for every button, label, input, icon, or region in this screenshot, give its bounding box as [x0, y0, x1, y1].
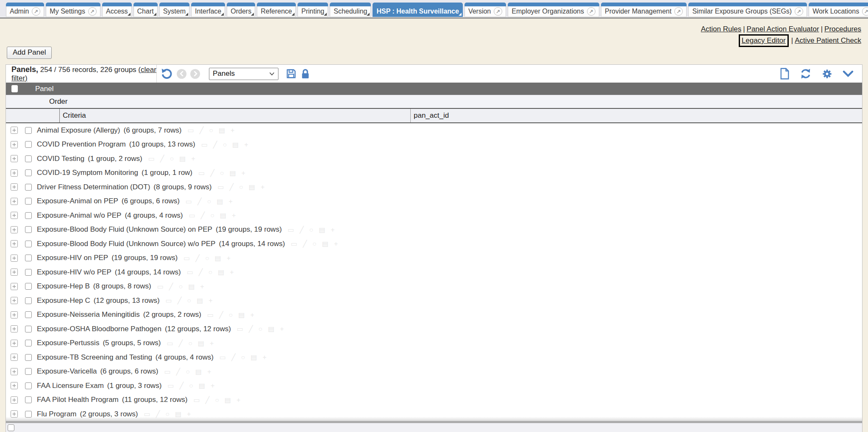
assign-icon[interactable]: ▤: [219, 127, 225, 134]
tab-employer-organizations[interactable]: Employer Organizations ↗: [508, 3, 599, 17]
add-icon[interactable]: +: [261, 183, 264, 191]
add-icon[interactable]: +: [250, 311, 254, 318]
delete-icon[interactable]: ▭: [148, 155, 155, 162]
assign-icon[interactable]: ▤: [197, 297, 203, 304]
row-checkbox[interactable]: [25, 283, 32, 290]
assign-icon[interactable]: ▤: [232, 141, 239, 148]
row-hover-action-icons[interactable]: ▭╱○▤+: [186, 197, 238, 205]
panel-action-evaluator-link[interactable]: Panel Action Evaluator: [747, 25, 819, 33]
next-icon[interactable]: [190, 69, 200, 79]
expand-plus-icon[interactable]: [11, 354, 18, 361]
row-hover-action-icons[interactable]: ▭╱○▤+: [157, 282, 210, 291]
panel-name[interactable]: Flu Program: [37, 410, 77, 418]
save-icon[interactable]: [286, 68, 297, 79]
add-icon[interactable]: +: [262, 354, 266, 361]
expand-plus-icon[interactable]: [11, 141, 18, 148]
panel-name[interactable]: COVID Prevention Program: [37, 140, 126, 149]
panel-name[interactable]: Exposure-OSHA Bloodborne Pathogen: [37, 325, 161, 333]
expand-plus-icon[interactable]: [11, 396, 18, 404]
legacy-editor-link[interactable]: Legacy Editor: [742, 36, 786, 44]
history-icon[interactable]: ○: [220, 169, 224, 177]
panel-name[interactable]: Animal Exposure (Allergy): [37, 126, 120, 135]
row-checkbox[interactable]: [25, 141, 32, 148]
row-checkbox[interactable]: [25, 241, 32, 247]
panel-name[interactable]: FAA Licensure Exam: [37, 382, 104, 390]
refresh-icon[interactable]: [800, 68, 812, 80]
panel-name[interactable]: Driver Fitness Determination (DOT): [37, 183, 150, 191]
expand-plus-icon[interactable]: [11, 155, 18, 162]
delete-icon[interactable]: ▭: [217, 183, 224, 191]
panel-name[interactable]: Exposure-Neisseria Meningitidis: [37, 310, 140, 319]
panel-name[interactable]: Exposure-TB Screening and Testing: [37, 353, 152, 362]
row-checkbox[interactable]: [25, 155, 32, 162]
row-hover-action-icons[interactable]: ▭╱○▤+: [184, 254, 236, 262]
delete-icon[interactable]: ▭: [188, 127, 194, 134]
delete-icon[interactable]: ▭: [166, 297, 172, 304]
tab-version[interactable]: Version ↗: [465, 3, 506, 17]
delete-icon[interactable]: ▭: [186, 198, 192, 205]
history-icon[interactable]: ○: [309, 226, 314, 233]
expand-plus-icon[interactable]: [11, 368, 18, 375]
expand-plus-icon[interactable]: [11, 169, 18, 177]
panel-name[interactable]: Exposure-HIV on PEP: [37, 254, 108, 262]
edit-icon[interactable]: ╱: [206, 396, 210, 404]
row-checkbox[interactable]: [25, 411, 32, 418]
delete-icon[interactable]: ▭: [201, 141, 208, 148]
view-select[interactable]: Panels: [209, 68, 278, 80]
row-checkbox[interactable]: [25, 382, 32, 389]
footer-checkbox[interactable]: [8, 424, 14, 431]
row-checkbox[interactable]: [25, 340, 32, 346]
assign-icon[interactable]: ▤: [319, 226, 325, 233]
history-icon[interactable]: ○: [239, 183, 243, 191]
row-checkbox[interactable]: [25, 255, 32, 261]
expand-plus-icon[interactable]: [11, 183, 18, 191]
expand-plus-icon[interactable]: [11, 226, 18, 233]
delete-icon[interactable]: ▭: [157, 283, 164, 290]
delete-icon[interactable]: ▭: [187, 269, 193, 276]
expand-plus-icon[interactable]: [11, 283, 18, 290]
delete-icon[interactable]: ▭: [237, 325, 243, 332]
panel-name[interactable]: Exposure-Blood Body Fluid (Unknown Sourc…: [37, 225, 212, 234]
panel-name[interactable]: COVID-19 Symptom Monitoring: [37, 169, 138, 177]
history-icon[interactable]: ○: [209, 127, 213, 134]
row-checkbox[interactable]: [25, 269, 32, 276]
add-icon[interactable]: +: [209, 297, 212, 304]
prev-icon[interactable]: [177, 69, 186, 79]
select-all-checkbox[interactable]: [11, 85, 18, 92]
add-icon[interactable]: +: [200, 283, 204, 290]
assign-icon[interactable]: ▤: [322, 240, 328, 247]
delete-icon[interactable]: ▭: [189, 212, 195, 219]
row-checkbox[interactable]: [25, 354, 32, 361]
row-hover-action-icons[interactable]: ▭╱○▤+: [166, 296, 218, 305]
open-in-window-icon[interactable]: ↗: [862, 7, 868, 16]
row-hover-action-icons[interactable]: ▭╱○▤+: [217, 183, 270, 191]
active-patient-check-link[interactable]: Active Patient Check: [795, 36, 861, 44]
delete-icon[interactable]: ▭: [144, 410, 150, 418]
edit-icon[interactable]: ╱: [300, 226, 304, 233]
collapse-chevron-icon[interactable]: [843, 70, 854, 78]
assign-icon[interactable]: ▤: [249, 183, 255, 191]
row-hover-action-icons[interactable]: ▭╱○▤+: [237, 325, 289, 333]
row-hover-action-icons[interactable]: ▭╱○▤+: [167, 382, 220, 390]
expand-plus-icon[interactable]: [11, 410, 18, 418]
history-icon[interactable]: ○: [208, 269, 212, 276]
history-icon[interactable]: ○: [312, 240, 317, 247]
add-icon[interactable]: +: [230, 269, 234, 276]
history-icon[interactable]: ○: [165, 410, 170, 418]
assign-icon[interactable]: ▤: [198, 340, 204, 347]
row-checkbox[interactable]: [25, 198, 32, 205]
row-checkbox[interactable]: [25, 184, 32, 191]
edit-icon[interactable]: ╱: [198, 198, 202, 205]
edit-icon[interactable]: ╱: [169, 283, 173, 290]
history-icon[interactable]: ○: [259, 325, 263, 332]
tab-my-settings[interactable]: My Settings ↗: [46, 3, 100, 17]
open-in-window-icon[interactable]: ↗: [795, 7, 803, 16]
delete-icon[interactable]: ▭: [220, 354, 226, 361]
order-column-header[interactable]: Order: [49, 97, 67, 106]
assign-icon[interactable]: ▤: [220, 212, 226, 219]
delete-icon[interactable]: ▭: [184, 255, 190, 262]
assign-icon[interactable]: ▤: [215, 255, 221, 262]
tab-admin[interactable]: Admin ↗: [6, 3, 44, 17]
edit-icon[interactable]: ╱: [201, 212, 205, 219]
lock-icon[interactable]: [300, 69, 310, 79]
